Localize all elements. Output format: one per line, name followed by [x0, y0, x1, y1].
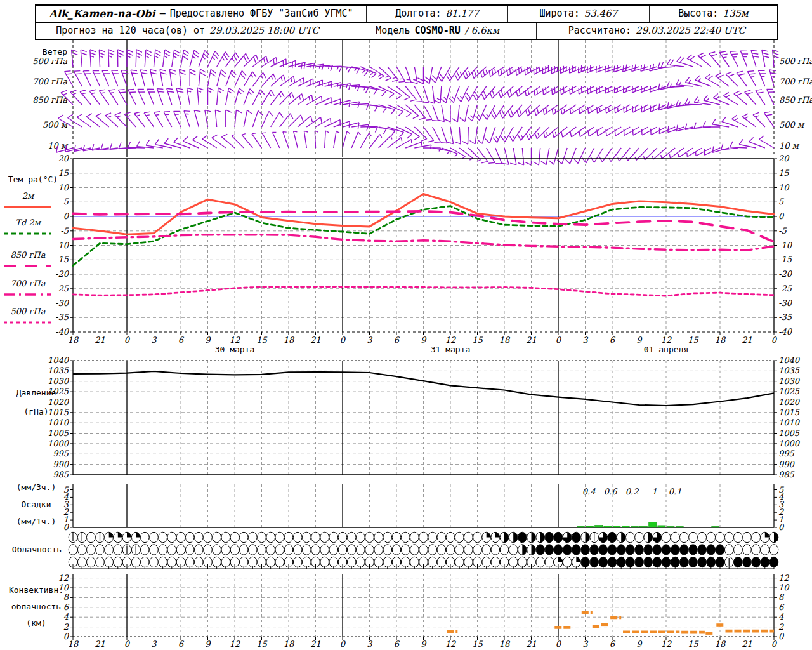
svg-text:-15: -15 [778, 255, 792, 264]
svg-text:500 гПа: 500 гПа [11, 307, 46, 316]
svg-text:6: 6 [63, 602, 70, 612]
svg-text:15: 15 [472, 639, 483, 649]
svg-text:1020: 1020 [48, 397, 70, 407]
svg-text:9: 9 [205, 639, 211, 649]
svg-text:12: 12 [661, 335, 672, 345]
svg-text:6: 6 [178, 335, 185, 345]
meteogram-page: Ветер500 гПа500 гПа700 гПа700 гПа850 гПа… [0, 0, 812, 650]
svg-text:-35: -35 [778, 312, 792, 322]
svg-text:1040: 1040 [48, 355, 70, 365]
svg-text:0: 0 [778, 211, 785, 221]
svg-text:21: 21 [95, 335, 105, 345]
meteogram-canvas: Ветер500 гПа500 гПа700 гПа700 гПа850 гПа… [0, 0, 812, 650]
svg-text:1010: 1010 [778, 418, 801, 427]
svg-text:Облачность: Облачность [12, 545, 62, 554]
header-row-station: Alk_Kamen-na-Obi – Предоставлено ФГБУ "З… [36, 6, 777, 22]
latitude-value: 53.467 [584, 6, 618, 22]
svg-text:10: 10 [58, 183, 69, 192]
svg-text:15: 15 [778, 168, 789, 178]
svg-text:Тем-ра(°C): Тем-ра(°C) [8, 175, 58, 184]
svg-text:1000: 1000 [778, 439, 801, 448]
svg-text:18: 18 [499, 639, 511, 649]
svg-text:21: 21 [526, 639, 537, 649]
svg-text:0: 0 [124, 335, 131, 345]
svg-text:15: 15 [688, 639, 698, 649]
svg-text:985: 985 [53, 470, 69, 479]
svg-text:6: 6 [394, 639, 400, 649]
svg-text:1010: 1010 [48, 418, 70, 427]
svg-text:облачность: облачность [11, 602, 61, 611]
model-name: COSMO-RU [415, 23, 461, 39]
svg-text:Осадки: Осадки [22, 500, 51, 509]
svg-text:0: 0 [771, 639, 778, 649]
svg-text:21: 21 [310, 335, 321, 345]
forecast-cell: Прогноз на 120 часа(ов) от 29.03.2025 18… [36, 23, 339, 39]
model-label: Модель [376, 23, 410, 39]
svg-text:0: 0 [771, 335, 778, 345]
calc-cell: Рассчитано: 29.03.2025 22:40 UTC [536, 23, 777, 39]
model-cell: Модель COSMO-RU / 6.6км [339, 23, 535, 39]
svg-text:10 м: 10 м [48, 141, 69, 150]
svg-text:21: 21 [310, 639, 321, 649]
svg-text:9: 9 [636, 639, 643, 649]
svg-text:500 гПа: 500 гПа [32, 56, 67, 66]
svg-text:21: 21 [526, 335, 537, 345]
svg-text:1005: 1005 [48, 428, 69, 438]
svg-text:6: 6 [178, 639, 185, 649]
svg-text:21: 21 [742, 335, 752, 345]
svg-text:9: 9 [421, 335, 427, 345]
svg-text:18: 18 [284, 335, 295, 345]
svg-text:850 гПа: 850 гПа [11, 250, 46, 260]
svg-text:850 гПа: 850 гПа [779, 95, 812, 105]
svg-text:20: 20 [778, 154, 790, 163]
svg-text:18: 18 [284, 639, 295, 649]
svg-text:990: 990 [778, 460, 796, 469]
station-name: Alk_Kamen-na-Obi [49, 6, 155, 22]
svg-text:1015: 1015 [48, 408, 69, 417]
svg-text:2м: 2м [22, 191, 35, 201]
svg-text:3: 3 [151, 639, 157, 649]
svg-text:0.1: 0.1 [669, 487, 682, 496]
calc-label: Рассчитано: [568, 23, 631, 39]
header-row-model: Прогноз на 120 часа(ов) от 29.03.2025 18… [36, 22, 777, 39]
svg-text:12: 12 [230, 335, 240, 345]
svg-text:15: 15 [58, 168, 69, 178]
svg-text:0: 0 [778, 632, 785, 641]
altitude-label: Высота: [678, 6, 718, 22]
svg-text:15: 15 [256, 335, 267, 345]
latitude-cell: Широта: 53.467 [508, 6, 649, 22]
svg-text:30 марта: 30 марта [215, 345, 255, 354]
svg-text:12: 12 [778, 573, 789, 583]
svg-text:990: 990 [53, 460, 70, 469]
latitude-label: Широта: [540, 6, 580, 22]
longitude-cell: Долгота: 81.177 [366, 6, 508, 22]
svg-text:0: 0 [340, 335, 346, 345]
svg-text:-25: -25 [778, 284, 792, 293]
svg-text:4: 4 [778, 612, 784, 621]
svg-text:3: 3 [151, 335, 157, 345]
svg-text:18: 18 [68, 639, 79, 649]
svg-text:5: 5 [63, 197, 69, 206]
svg-text:12: 12 [445, 639, 456, 649]
svg-text:9: 9 [636, 335, 643, 345]
svg-text:850 гПа: 850 гПа [32, 95, 67, 105]
svg-text:1000: 1000 [48, 439, 70, 448]
svg-text:-5: -5 [778, 226, 787, 235]
svg-text:985: 985 [778, 470, 795, 479]
svg-text:-35: -35 [55, 312, 69, 322]
forecast-label: Прогноз на 120 часа(ов) от [56, 23, 205, 39]
svg-text:10: 10 [778, 183, 790, 192]
svg-text:6: 6 [394, 335, 400, 345]
calc-value: 29.03.2025 22:40 UTC [636, 23, 745, 39]
svg-text:5: 5 [778, 197, 784, 206]
svg-text:0.4: 0.4 [582, 487, 596, 496]
svg-text:6: 6 [778, 602, 785, 612]
svg-text:12: 12 [661, 639, 672, 649]
svg-text:700 гПа: 700 гПа [779, 77, 812, 86]
svg-text:21: 21 [742, 639, 752, 649]
svg-text:18: 18 [715, 335, 726, 345]
svg-text:(мм/3ч.): (мм/3ч.) [16, 482, 56, 492]
svg-text:10: 10 [778, 583, 790, 592]
svg-text:2: 2 [778, 622, 784, 632]
svg-text:9: 9 [205, 335, 211, 345]
